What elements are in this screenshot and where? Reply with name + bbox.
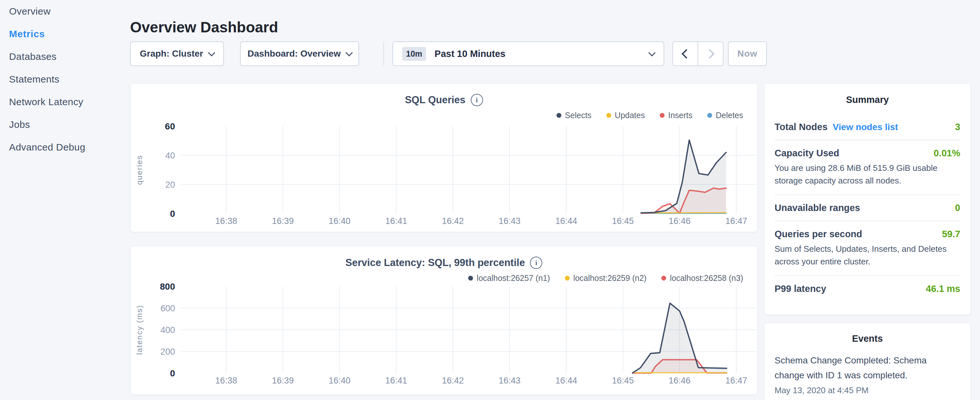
event-timestamp: May 13, 2020 at 4:45 PM — [775, 386, 960, 395]
controls-divider — [383, 42, 384, 65]
time-range-badge: 10m — [402, 47, 426, 61]
now-button[interactable]: Now — [728, 41, 767, 66]
svg-text:16:47: 16:47 — [725, 216, 748, 226]
svg-text:200: 200 — [161, 347, 175, 357]
sidebar-item-overview[interactable]: Overview — [0, 0, 129, 23]
summary-value: 59.7 — [942, 229, 960, 239]
svg-text:16:46: 16:46 — [669, 376, 691, 386]
chevron-right-icon — [705, 49, 714, 59]
svg-text:16:42: 16:42 — [442, 216, 464, 226]
svg-text:16:40: 16:40 — [329, 376, 351, 386]
sql-queries-plot[interactable]: 020406016:3816:3916:4016:4116:4216:4316:… — [130, 83, 758, 233]
svg-text:800: 800 — [160, 282, 175, 292]
svg-text:16:43: 16:43 — [499, 376, 520, 386]
svg-text:60: 60 — [165, 121, 175, 131]
summary-row-unavailable-ranges: Unavailable ranges 0 — [775, 195, 960, 222]
dashboard-dropdown[interactable]: Dashboard: Overview — [240, 41, 359, 66]
svg-text:16:44: 16:44 — [555, 216, 577, 226]
svg-text:16:43: 16:43 — [499, 216, 520, 226]
summary-value: 0.01% — [934, 148, 960, 159]
svg-text:16:41: 16:41 — [385, 216, 407, 226]
svg-text:0: 0 — [170, 209, 175, 219]
event-list-item[interactable]: Schema Change Completed: Schema change w… — [775, 353, 960, 395]
service-latency-chart-panel: Service Latency: SQL, 99th percentile i … — [130, 246, 758, 395]
svg-text:40: 40 — [165, 151, 175, 161]
summary-title: Summary — [775, 94, 960, 105]
chevron-left-icon — [681, 49, 691, 59]
summary-label: Capacity Used — [775, 148, 839, 159]
svg-text:16:42: 16:42 — [442, 376, 464, 386]
summary-label: Queries per second — [775, 229, 862, 239]
chevron-down-icon — [345, 49, 353, 56]
summary-row-p99-latency: P99 latency 46.1 ms — [775, 276, 960, 302]
svg-text:600: 600 — [161, 304, 175, 313]
summary-row-queries-per-second: Queries per second 59.7 Sum of Selects, … — [775, 222, 960, 276]
events-panel: Events Schema Change Completed: Schema c… — [764, 323, 971, 400]
summary-label: Total Nodes — [775, 122, 827, 132]
graph-dropdown[interactable]: Graph: Cluster — [130, 41, 224, 66]
summary-value: 0 — [955, 202, 960, 213]
svg-text:16:41: 16:41 — [385, 376, 407, 386]
summary-label: Unavailable ranges — [775, 202, 860, 213]
summary-panel: Summary Total Nodes View nodes list 3 Ca… — [764, 83, 971, 315]
summary-row-capacity-used: Capacity Used 0.01% You are using 28.6 M… — [775, 140, 960, 195]
dashboard-dropdown-label: Dashboard: Overview — [248, 49, 341, 59]
service-latency-plot[interactable]: 020040060080016:3816:3916:4016:4116:4216… — [130, 246, 758, 395]
svg-text:16:44: 16:44 — [555, 376, 577, 386]
time-step-buttons — [672, 41, 724, 66]
svg-text:16:46: 16:46 — [669, 216, 691, 226]
time-range-label: Past 10 Minutes — [434, 49, 505, 59]
next-time-button[interactable] — [698, 42, 723, 65]
summary-value: 3 — [955, 122, 960, 132]
summary-description: You are using 28.6 MiB of 515.9 GiB usab… — [775, 162, 960, 187]
svg-text:16:38: 16:38 — [215, 216, 237, 226]
svg-text:16:39: 16:39 — [272, 376, 294, 386]
view-nodes-list-link[interactable]: View nodes list — [833, 122, 898, 132]
sql-queries-chart-panel: SQL Queries i SelectsUpdatesInsertsDelet… — [130, 83, 758, 232]
sidebar: Overview Metrics Databases Statements Ne… — [0, 0, 129, 159]
svg-text:400: 400 — [161, 325, 175, 335]
summary-description: Sum of Selects, Updates, Inserts, and De… — [775, 243, 960, 268]
svg-text:20: 20 — [165, 180, 175, 190]
sidebar-item-metrics[interactable]: Metrics — [0, 23, 129, 45]
event-text: Schema Change Completed: Schema change w… — [775, 353, 958, 383]
svg-text:16:38: 16:38 — [215, 376, 237, 386]
chevron-down-icon — [648, 49, 656, 56]
sidebar-item-advanced-debug[interactable]: Advanced Debug — [0, 136, 129, 159]
prev-time-button[interactable] — [673, 42, 698, 65]
svg-text:16:45: 16:45 — [612, 216, 634, 226]
svg-text:0: 0 — [170, 368, 175, 378]
summary-value: 46.1 ms — [926, 284, 960, 294]
svg-text:16:40: 16:40 — [329, 216, 351, 226]
svg-text:16:45: 16:45 — [612, 376, 634, 386]
svg-text:latency (ms): latency (ms) — [135, 305, 144, 355]
sidebar-item-jobs[interactable]: Jobs — [0, 113, 129, 136]
time-range-selector[interactable]: 10m Past 10 Minutes — [393, 41, 664, 66]
graph-dropdown-label: Graph: Cluster — [140, 49, 203, 59]
summary-label: P99 latency — [775, 284, 826, 294]
sidebar-item-statements[interactable]: Statements — [0, 68, 129, 91]
events-title: Events — [775, 333, 960, 344]
svg-text:16:47: 16:47 — [725, 376, 748, 386]
sidebar-item-databases[interactable]: Databases — [0, 45, 129, 68]
svg-text:queries: queries — [135, 155, 144, 185]
sidebar-item-network-latency[interactable]: Network Latency — [0, 91, 129, 113]
page-title: Overview Dashboard — [130, 18, 278, 36]
svg-text:16:39: 16:39 — [272, 216, 294, 226]
chevron-down-icon — [208, 49, 215, 56]
summary-row-total-nodes: Total Nodes View nodes list 3 — [775, 114, 960, 140]
